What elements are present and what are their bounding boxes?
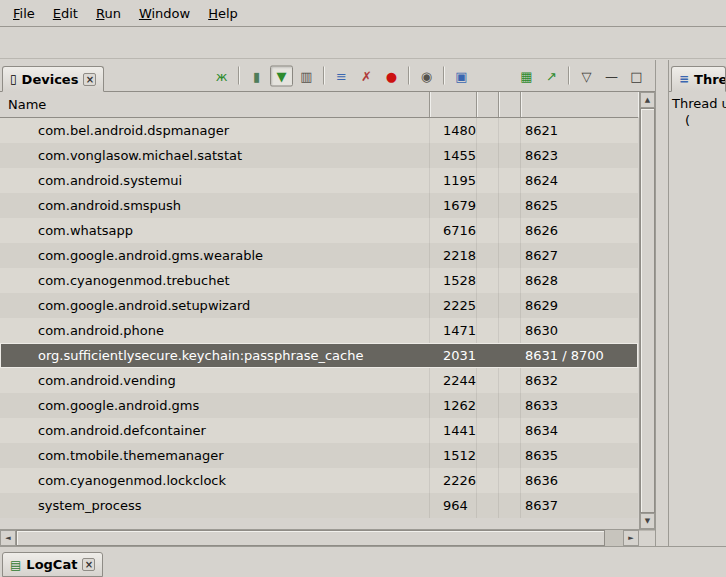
- port-cell: 8635: [521, 443, 638, 468]
- update-threads-icon[interactable]: ≡: [330, 65, 353, 86]
- process-name-cell: com.google.android.gms: [0, 393, 430, 418]
- status-cell: [477, 368, 499, 393]
- view-hierarchy-icon[interactable]: ▦: [515, 65, 538, 86]
- table-row[interactable]: com.android.vending 22440 8632: [0, 368, 638, 393]
- main-toolbar: [0, 27, 726, 59]
- horizontal-scrollbar-track[interactable]: [16, 530, 623, 546]
- table-row[interactable]: com.tmobile.thememanager 1512 8635: [0, 443, 638, 468]
- tab-logcat[interactable]: ▤ LogCat ×: [2, 552, 103, 577]
- status-cell: [477, 393, 499, 418]
- status2-cell: [499, 443, 521, 468]
- status2-cell: [499, 168, 521, 193]
- status-cell: [477, 118, 499, 143]
- port-cell: 8632: [521, 368, 638, 393]
- scroll-left-arrow[interactable]: ◄: [0, 530, 16, 546]
- process-name-cell: com.android.vending: [0, 368, 430, 393]
- port-cell: 8628: [521, 268, 638, 293]
- close-icon[interactable]: ×: [82, 558, 95, 571]
- scroll-down-arrow[interactable]: ▼: [640, 513, 655, 529]
- status-cell: [477, 193, 499, 218]
- port-cell: 8625: [521, 193, 638, 218]
- vertical-scrollbar[interactable]: ▲ ▼: [639, 92, 655, 529]
- pid-cell: 1528: [430, 268, 477, 293]
- table-row[interactable]: com.android.defcontainer 14411 8634: [0, 418, 638, 443]
- systrace-icon[interactable]: ↗: [540, 65, 563, 86]
- port-cell: 8623: [521, 143, 638, 168]
- table-row[interactable]: com.cyanogenmod.trebuchet 1528 8628: [0, 268, 638, 293]
- process-name-cell: com.android.defcontainer: [0, 418, 430, 443]
- main-area: ▯ Devices × ж▮▼▥≡✗●◉▣▦↗▽—□ Name com.bel.…: [0, 60, 726, 546]
- port-cell: 8621: [521, 118, 638, 143]
- screen-capture-icon[interactable]: ◉: [415, 65, 438, 86]
- port-cell: 8634: [521, 418, 638, 443]
- table-row[interactable]: com.cyanogenmod.lockclock 22265 8636: [0, 468, 638, 493]
- process-table: Name com.bel.android.dspmanager 1480 862…: [0, 92, 655, 529]
- stop-process-icon[interactable]: ●: [380, 65, 403, 86]
- tab-devices-label: Devices: [22, 72, 79, 87]
- vertical-scrollbar-thumb[interactable]: [640, 108, 655, 513]
- column-pid-header[interactable]: [430, 92, 477, 117]
- status2-cell: [499, 193, 521, 218]
- table-row[interactable]: com.android.systemui 1195 8624: [0, 168, 638, 193]
- status2-cell: [499, 368, 521, 393]
- table-body: com.bel.android.dspmanager 1480 8621 com…: [0, 118, 638, 518]
- devices-toolbar: ж▮▼▥≡✗●◉▣▦↗▽—□: [209, 65, 649, 86]
- pid-cell: 1512: [430, 443, 477, 468]
- minimize-icon[interactable]: —: [600, 65, 623, 86]
- table-row[interactable]: com.google.android.gms.wearable 22185 86…: [0, 243, 638, 268]
- tab-threads-label: Threads: [694, 72, 726, 87]
- column-status-header[interactable]: [477, 92, 499, 117]
- scroll-right-arrow[interactable]: ►: [623, 530, 639, 546]
- dump-hprof-icon[interactable]: ▼: [270, 65, 293, 86]
- table-row[interactable]: org.sufficientlysecure.keychain:passphra…: [0, 343, 638, 368]
- process-name-cell: com.vonglasow.michael.satstat: [0, 143, 430, 168]
- view-menu-icon[interactable]: ▽: [575, 65, 598, 86]
- column-port-header[interactable]: [521, 92, 638, 117]
- port-cell: 8624: [521, 168, 638, 193]
- status2-cell: [499, 118, 521, 143]
- horizontal-scrollbar-thumb[interactable]: [16, 530, 605, 546]
- status-cell: [477, 318, 499, 343]
- table-row[interactable]: com.android.phone 1471 8630: [0, 318, 638, 343]
- devices-tab-bar: ▯ Devices × ж▮▼▥≡✗●◉▣▦↗▽—□: [0, 60, 655, 92]
- pid-cell: 14553: [430, 143, 477, 168]
- maximize-icon[interactable]: □: [625, 65, 648, 86]
- tab-devices[interactable]: ▯ Devices ×: [2, 66, 104, 92]
- port-cell: 8631 / 8700: [521, 343, 638, 368]
- process-name-cell: com.google.android.setupwizard: [0, 293, 430, 318]
- pid-cell: 22440: [430, 368, 477, 393]
- screen-record-icon[interactable]: ▣: [450, 65, 473, 86]
- menu-help[interactable]: Help: [199, 2, 247, 25]
- pid-cell: 1195: [430, 168, 477, 193]
- ddms-window: FileEditRunWindowHelp ▯ Devices × ж▮▼▥≡✗…: [0, 0, 726, 577]
- menu-edit[interactable]: Edit: [44, 2, 87, 25]
- panel-splitter[interactable]: [656, 60, 668, 546]
- menu-file[interactable]: File: [4, 2, 44, 25]
- column-status2-header[interactable]: [499, 92, 521, 117]
- scroll-up-arrow[interactable]: ▲: [640, 92, 655, 108]
- table-row[interactable]: com.vonglasow.michael.satstat 14553 8623: [0, 143, 638, 168]
- table-row[interactable]: com.bel.android.dspmanager 1480 8621: [0, 118, 638, 143]
- update-heap-icon[interactable]: ▮: [245, 65, 268, 86]
- menu-window[interactable]: Window: [130, 2, 199, 25]
- debug-process-icon[interactable]: ж: [210, 65, 233, 86]
- table-row[interactable]: com.whatsapp 6716 8626: [0, 218, 638, 243]
- cause-gc-icon[interactable]: ▥: [295, 65, 318, 86]
- status2-cell: [499, 268, 521, 293]
- close-icon[interactable]: ×: [83, 73, 96, 86]
- table-row[interactable]: system_process 964 8637: [0, 493, 638, 518]
- table-row[interactable]: com.google.android.setupwizard 22250 862…: [0, 293, 638, 318]
- process-name-cell: com.cyanogenmod.trebuchet: [0, 268, 430, 293]
- process-name-cell: com.cyanogenmod.lockclock: [0, 468, 430, 493]
- table-row[interactable]: com.android.smspush 1679 8625: [0, 193, 638, 218]
- horizontal-scrollbar[interactable]: ◄ ►: [0, 529, 655, 546]
- status-cell: [477, 493, 499, 518]
- tab-threads[interactable]: ≡ Threads: [671, 66, 726, 92]
- status2-cell: [499, 468, 521, 493]
- process-name-cell: com.android.phone: [0, 318, 430, 343]
- column-name-header[interactable]: Name: [0, 92, 430, 117]
- status-cell: [477, 293, 499, 318]
- method-profiling-icon[interactable]: ✗: [355, 65, 378, 86]
- table-row[interactable]: com.google.android.gms 12623 8633: [0, 393, 638, 418]
- menu-run[interactable]: Run: [87, 2, 130, 25]
